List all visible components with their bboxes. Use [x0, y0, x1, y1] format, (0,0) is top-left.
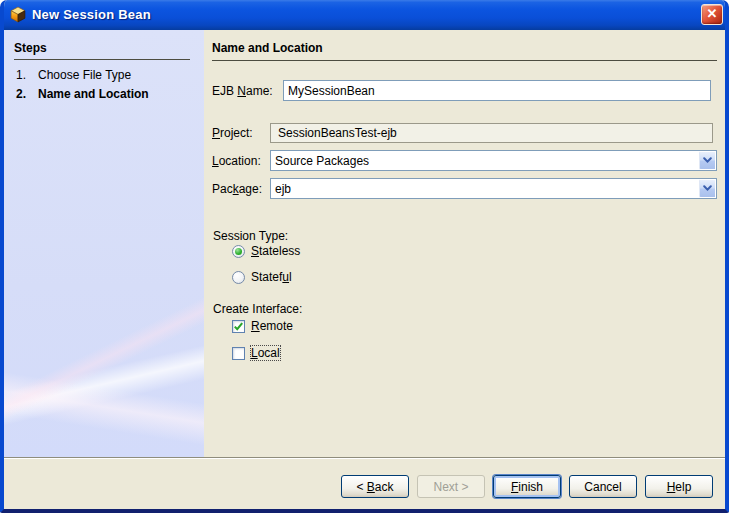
window-title: New Session Bean	[32, 7, 701, 22]
radio-unselected-icon	[232, 271, 245, 284]
close-button[interactable]: ✕	[701, 4, 723, 25]
radio-selected-icon	[232, 245, 245, 258]
ejb-name-label: EJB Name:	[212, 84, 273, 98]
title-bar[interactable]: New Session Bean ✕	[0, 0, 729, 30]
step-number: 1.	[16, 68, 38, 82]
package-label: Package:	[212, 182, 262, 196]
location-dropdown-button[interactable]	[699, 151, 716, 170]
package-dropdown-button[interactable]	[699, 179, 716, 198]
step-item-choose-file-type: 1. Choose File Type	[16, 68, 198, 82]
radio-stateless-label: Stateless	[251, 244, 300, 258]
checkbox-local[interactable]: Local	[232, 346, 280, 360]
watermark-swirl	[4, 280, 204, 457]
location-combobox-value: Source Packages	[271, 154, 699, 168]
help-button[interactable]: Help	[645, 475, 713, 498]
finish-button[interactable]: Finish	[493, 475, 561, 498]
cancel-button[interactable]: Cancel	[569, 475, 637, 498]
checkbox-unchecked-icon	[232, 347, 245, 360]
dialog-content: Steps 1. Choose File Type 2. Name and Lo…	[4, 30, 725, 509]
location-combobox[interactable]: Source Packages	[270, 150, 717, 171]
project-label: Project:	[212, 126, 253, 140]
package-combobox[interactable]: ejb	[270, 178, 717, 199]
chevron-down-icon	[703, 185, 712, 192]
project-field-value: SessionBeansTest-ejb	[278, 126, 397, 140]
package-combobox-value: ejb	[271, 182, 699, 196]
bean-cube-icon	[9, 6, 27, 23]
step-label: Choose File Type	[38, 68, 131, 82]
back-button[interactable]: < Back	[341, 475, 409, 498]
section-heading: Name and Location	[212, 41, 717, 61]
checkbox-local-label: Local	[251, 346, 280, 360]
close-icon: ✕	[707, 6, 718, 21]
step-item-name-and-location: 2. Name and Location	[16, 87, 198, 101]
radio-stateful[interactable]: Stateful	[232, 270, 292, 284]
chevron-down-icon	[703, 157, 712, 164]
session-type-label: Session Type:	[213, 229, 288, 243]
step-number: 2.	[16, 87, 38, 101]
checkbox-remote[interactable]: Remote	[232, 319, 293, 333]
button-bar: < Back Next > Finish Cancel Help	[4, 459, 725, 509]
ejb-name-input[interactable]	[283, 80, 711, 101]
step-label: Name and Location	[38, 87, 149, 101]
dialog-window: New Session Bean ✕ Steps 1. Choose File …	[0, 0, 729, 513]
checkbox-remote-label: Remote	[251, 319, 293, 333]
radio-stateless[interactable]: Stateless	[232, 244, 300, 258]
checkbox-checked-icon	[232, 320, 245, 333]
radio-stateful-label: Stateful	[251, 270, 292, 284]
location-label: Location:	[212, 154, 261, 168]
watermark-swirl	[4, 301, 204, 457]
next-button: Next >	[417, 475, 485, 498]
steps-heading: Steps	[14, 41, 190, 60]
create-interface-label: Create Interface:	[213, 302, 302, 316]
main-panel: Name and Location EJB Name: Project: Ses…	[204, 30, 725, 457]
project-field: SessionBeansTest-ejb	[270, 123, 713, 143]
steps-panel: Steps 1. Choose File Type 2. Name and Lo…	[4, 30, 204, 457]
watermark-swirl	[4, 227, 204, 457]
